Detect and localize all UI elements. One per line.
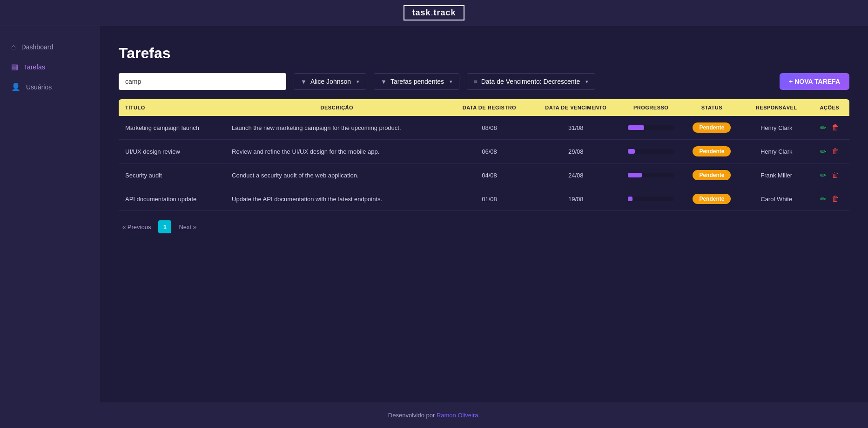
status-badge-3: Pendente bbox=[693, 194, 731, 204]
filter-icon: ▼ bbox=[301, 78, 307, 85]
nova-tarefa-label: + NOVA TAREFA bbox=[789, 78, 840, 85]
table-row: Marketing campaign launch Launch the new… bbox=[119, 116, 849, 140]
pagination-next[interactable]: Next » bbox=[175, 222, 200, 232]
filter-status-label: Tarefas pendentes bbox=[390, 78, 444, 85]
cell-descricao-0: Launch the new marketing campaign for th… bbox=[225, 116, 449, 140]
cell-titulo-2: Security audit bbox=[119, 163, 225, 187]
delete-icon-1[interactable]: 🗑 bbox=[832, 147, 839, 156]
cell-data-registro-3: 01/08 bbox=[449, 187, 531, 211]
cell-progresso-1 bbox=[621, 140, 680, 163]
pagination-prev[interactable]: « Previous bbox=[119, 222, 155, 232]
cell-titulo-3: API documentation update bbox=[119, 187, 225, 211]
cell-data-registro-1: 06/08 bbox=[449, 140, 531, 163]
col-titulo: TÍTULO bbox=[119, 99, 225, 116]
sort-icon: ≡ bbox=[474, 78, 478, 85]
delete-icon-3[interactable]: 🗑 bbox=[832, 195, 839, 203]
cell-titulo-0: Marketing campaign launch bbox=[119, 116, 225, 140]
col-status: STATUS bbox=[680, 99, 743, 116]
action-icons-2: ✏ 🗑 bbox=[816, 171, 843, 180]
status-badge-0: Pendente bbox=[693, 122, 731, 133]
sidebar-label-tarefas: Tarefas bbox=[24, 63, 45, 71]
sidebar-item-tarefas[interactable]: ▦ Tarefas bbox=[0, 57, 100, 77]
action-icons-3: ✏ 🗑 bbox=[816, 195, 843, 204]
cell-status-1: Pendente bbox=[680, 140, 743, 163]
cell-data-vencimento-2: 24/08 bbox=[530, 163, 621, 187]
table-header-row: TÍTULO DESCRIÇÃO DATA DE REGISTRO DATA D… bbox=[119, 99, 849, 116]
chevron-down-icon-3: ▾ bbox=[585, 79, 588, 85]
top-bar: task.track bbox=[0, 0, 868, 26]
user-icon: 👤 bbox=[11, 82, 20, 91]
sidebar-label-dashboard: Dashboard bbox=[21, 43, 54, 51]
search-wrapper bbox=[119, 73, 286, 90]
edit-icon-0[interactable]: ✏ bbox=[820, 123, 826, 132]
footer-text: Desenvolvido por bbox=[388, 412, 437, 419]
status-badge-1: Pendente bbox=[693, 146, 731, 156]
table-row: UI/UX design review Review and refine th… bbox=[119, 140, 849, 163]
cell-acoes-1: ✏ 🗑 bbox=[810, 140, 849, 163]
delete-icon-2[interactable]: 🗑 bbox=[832, 171, 839, 179]
cell-acoes-3: ✏ 🗑 bbox=[810, 187, 849, 211]
cell-descricao-1: Review and refine the UI/UX design for t… bbox=[225, 140, 449, 163]
filter-user-dropdown[interactable]: ▼ Alice Johnson ▾ bbox=[294, 73, 366, 90]
status-badge-2: Pendente bbox=[693, 170, 731, 180]
filters-row: ▼ Alice Johnson ▾ ▼ Tarefas pendentes ▾ … bbox=[119, 73, 849, 90]
cell-data-vencimento-3: 19/08 bbox=[530, 187, 621, 211]
chevron-down-icon: ▾ bbox=[357, 79, 359, 85]
sidebar-label-usuarios: Usuários bbox=[26, 83, 52, 91]
main-content: Tarefas ▼ Alice Johnson ▾ ▼ Tarefas pend… bbox=[100, 26, 868, 402]
filter-sort-dropdown[interactable]: ≡ Data de Vencimento: Decrescente ▾ bbox=[467, 73, 595, 90]
col-responsavel: RESPONSÁVEL bbox=[743, 99, 810, 116]
table-row: API documentation update Update the API … bbox=[119, 187, 849, 211]
filter-status-icon: ▼ bbox=[381, 78, 387, 85]
chevron-down-icon-2: ▾ bbox=[450, 79, 452, 85]
cell-responsavel-2: Frank Miller bbox=[743, 163, 810, 187]
cell-status-2: Pendente bbox=[680, 163, 743, 187]
action-icons-1: ✏ 🗑 bbox=[816, 147, 843, 156]
calendar-icon: ▦ bbox=[11, 62, 18, 71]
col-progresso: PROGRESSO bbox=[621, 99, 680, 116]
progress-bar-fill-2 bbox=[628, 173, 642, 177]
progress-bar-container-2 bbox=[628, 173, 674, 177]
footer-link[interactable]: Ramon Oliveira bbox=[437, 412, 478, 419]
nova-tarefa-button[interactable]: + NOVA TAREFA bbox=[780, 73, 849, 90]
cell-progresso-3 bbox=[621, 187, 680, 211]
cell-progresso-2 bbox=[621, 163, 680, 187]
pagination: « Previous 1 Next » bbox=[119, 211, 849, 243]
cell-acoes-0: ✏ 🗑 bbox=[810, 116, 849, 140]
progress-bar-fill-3 bbox=[628, 197, 632, 201]
cell-descricao-2: Conduct a security audit of the web appl… bbox=[225, 163, 449, 187]
filter-sort-label: Data de Vencimento: Decrescente bbox=[481, 78, 580, 85]
col-descricao: DESCRIÇÃO bbox=[225, 99, 449, 116]
table-row: Security audit Conduct a security audit … bbox=[119, 163, 849, 187]
page-title: Tarefas bbox=[119, 45, 849, 62]
cell-acoes-2: ✏ 🗑 bbox=[810, 163, 849, 187]
sidebar-item-dashboard[interactable]: ⌂ Dashboard bbox=[0, 37, 100, 57]
progress-bar-fill-0 bbox=[628, 125, 644, 130]
app-body: ⌂ Dashboard ▦ Tarefas 👤 Usuários Tarefas… bbox=[0, 26, 868, 402]
progress-bar-fill-1 bbox=[628, 149, 635, 154]
delete-icon-0[interactable]: 🗑 bbox=[832, 123, 839, 132]
filter-status-dropdown[interactable]: ▼ Tarefas pendentes ▾ bbox=[374, 73, 459, 90]
sidebar-item-usuarios[interactable]: 👤 Usuários bbox=[0, 77, 100, 97]
action-icons-0: ✏ 🗑 bbox=[816, 123, 843, 132]
task-table: TÍTULO DESCRIÇÃO DATA DE REGISTRO DATA D… bbox=[119, 99, 849, 211]
edit-icon-2[interactable]: ✏ bbox=[820, 171, 826, 180]
cell-titulo-1: UI/UX design review bbox=[119, 140, 225, 163]
col-data-vencimento: DATA DE VENCIMENTO bbox=[530, 99, 621, 116]
edit-icon-1[interactable]: ✏ bbox=[820, 147, 826, 156]
progress-bar-container-3 bbox=[628, 197, 674, 201]
edit-icon-3[interactable]: ✏ bbox=[820, 195, 826, 204]
footer: Desenvolvido por Ramon Oliveira. bbox=[0, 402, 868, 428]
home-icon: ⌂ bbox=[11, 43, 16, 51]
cell-descricao-3: Update the API documentation with the la… bbox=[225, 187, 449, 211]
progress-bar-container-0 bbox=[628, 125, 674, 130]
cell-status-0: Pendente bbox=[680, 116, 743, 140]
col-acoes: AÇÕES bbox=[810, 99, 849, 116]
logo: task.track bbox=[404, 5, 464, 20]
cell-data-vencimento-0: 31/08 bbox=[530, 116, 621, 140]
cell-data-registro-0: 08/08 bbox=[449, 116, 531, 140]
cell-status-3: Pendente bbox=[680, 187, 743, 211]
progress-bar-container-1 bbox=[628, 149, 674, 154]
pagination-page-1[interactable]: 1 bbox=[158, 220, 171, 233]
search-input[interactable] bbox=[119, 73, 286, 90]
